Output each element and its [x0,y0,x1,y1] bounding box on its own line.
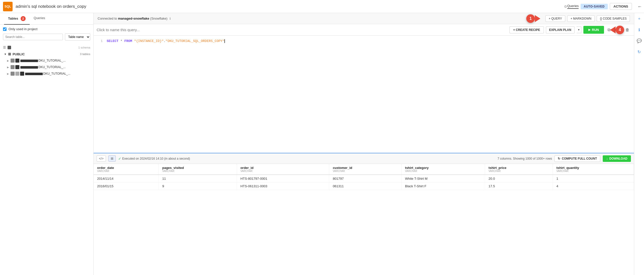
autosaved-badge: AUTO-SAVED [581,4,608,9]
sidebar-tab-queries[interactable]: Queries [30,13,49,25]
info-sidebar-icon[interactable]: ℹ [636,26,643,33]
tree-root: ☰ 1 schema [0,44,93,51]
topbar-queries-link[interactable]: Queries [567,4,579,9]
cell-tshirt-price-0: 20.0 [485,175,553,182]
cell-tshirt-price-1: 17.5 [485,182,553,190]
tree-stack-icon: ☰ [3,45,6,49]
schema-expand-icon: ▼ [4,53,7,56]
sql-code-1: SELECT * FROM "{INSTANCE_ID}"."DKU_TUTOR… [107,39,225,44]
conn-text: Connected to managed-snowflake (Snowflak… [98,17,168,20]
run-icon: ▶ [588,28,590,31]
view-table-button[interactable]: ⊞ [108,155,116,162]
right-icon-bar: ＋ ℹ 💬 ↻ [634,13,644,275]
tree-schema-public[interactable]: ▼ ⊞ PUBLIC 3 tables [0,51,93,57]
cell-order-id-0: HTS-801797-0001 [237,175,329,182]
chat-icon[interactable]: 💬 [636,37,643,44]
main-layout: Tables 2 Queries Only used in project Ta… [0,13,644,275]
results-count: 7 columns. Showing 1000 of 1000+ rows [498,157,552,160]
tree-table-2[interactable]: ▶ DKU_TUTORIAL_... [0,70,93,77]
copy-icon-button[interactable]: ⧉ [606,27,612,33]
history-icon-button[interactable]: 🕐 [614,26,622,33]
cell-pages-visited-0: 11 [159,175,237,182]
expand-icon-1: ▶ [7,66,9,69]
page-title: admin's sql notebook on orders_copy [16,4,562,9]
col-header-order-id: order_id VARCHAR [237,164,329,175]
sort-select[interactable]: Table name [65,33,90,40]
run-button[interactable]: ▶ RUN [583,26,604,34]
table-body: 2014/11/14 11 HTS-801797-0001 801797 Whi… [94,175,634,190]
only-used-label: Only used in project [9,27,37,31]
table-icon-2b [15,72,19,76]
table-icon-1a [11,65,15,69]
create-recipe-button[interactable]: + CREATE RECIPE [509,26,544,33]
add-markdown-button[interactable]: + MARKDOWN [567,15,595,22]
tree-table-0[interactable]: ▶ DKU_TUTORIAL_... [0,57,93,64]
connection-bar: Connected to managed-snowflake (Snowflak… [94,13,634,24]
actions-button[interactable]: ACTIONS [610,3,632,10]
sidebar-filter-row: Only used in project [0,25,93,33]
col-header-pages-visited: pages_visited VARCHAR [159,164,237,175]
right-panel: Connected to managed-snowflake (Snowflak… [94,13,634,275]
explain-plan-dropdown[interactable]: ▾ [577,26,581,33]
col-header-tshirt-category: tshirt_category VARCHAR [401,164,485,175]
only-used-checkbox[interactable] [3,27,7,31]
table-icon-2a [11,72,15,76]
sidebar-search-row: Table name [0,33,93,43]
cell-tshirt-quantity-0: 1 [553,175,634,182]
schema-grid-icon: ⊞ [8,52,11,56]
download-icon: ↓ [606,157,608,160]
conn-db-name: managed-snowflake [118,17,149,20]
table-name-0: DKU_TUTORIAL_... [20,59,66,62]
settings-icon[interactable]: ⚙ [564,5,567,9]
view-code-button[interactable]: </> [97,155,106,162]
cell-customer-id-1: 061311 [329,182,401,190]
col-header-order-date: order_date VARCHAR [94,164,159,175]
results-status: ✓ Executed on 2024/02/16 14:10 (in about… [118,157,190,161]
cell-customer-id-0: 801797 [329,175,401,182]
code-samples-button[interactable]: {} CODE SAMPLES [597,15,630,22]
tree-db-icon [8,46,11,49]
search-input[interactable] [3,34,63,40]
cell-tshirt-category-0: White T-Shirt M [401,175,485,182]
table-header-row: order_date VARCHAR pages_visited VARCHAR… [94,164,634,175]
topbar: SQL admin's sql notebook on orders_copy … [0,0,644,13]
table-icon-0b [15,59,19,63]
results-bar: </> ⊞ ✓ Executed on 2024/02/16 14:10 (in… [94,153,634,164]
explain-plan-button[interactable]: EXPLAIN PLAN [546,26,575,33]
table-row: 2014/11/14 11 HTS-801797-0001 801797 Whi… [94,175,634,182]
tree-table-1[interactable]: ▶ DKU_TUTORIAL_... 3 [0,64,93,70]
line-number-1: 1 [97,39,103,44]
table-name-1: DKU_TUTORIAL_... [20,65,66,69]
schema-name: PUBLIC [13,52,25,56]
table-row: 2016/01/15 9 HTS-061311-0003 061311 Blac… [94,182,634,190]
data-table: order_date VARCHAR pages_visited VARCHAR… [94,164,634,190]
conn-actions: 1 + QUERY + MARKDOWN {} CODE SAMPLES [545,15,630,22]
sidebar-tab-tables[interactable]: Tables 2 [4,13,30,25]
sidebar: Tables 2 Queries Only used in project Ta… [0,13,94,275]
col-header-customer-id: customer_id VARCHAR [329,164,401,175]
refresh-icon: ↻ [558,157,560,160]
app-logo: SQL [3,2,13,11]
cell-order-id-1: HTS-061311-0003 [237,182,329,190]
compute-full-count-button[interactable]: ↻ COMPUTE FULL COUNT [554,155,600,162]
sidebar-tree: ☰ 1 schema ▼ ⊞ PUBLIC 3 tables ▶ DKU_TUT… [0,43,93,275]
cell-order-date-0: 2014/11/14 [94,175,159,182]
code-editor[interactable]: 1 SELECT * FROM "{INSTANCE_ID}"."DKU_TUT… [94,36,634,153]
topbar-actions: Queries AUTO-SAVED ACTIONS [567,3,632,10]
expand-icon-0: ▶ [7,59,9,62]
tables-badge: 2 [21,16,26,21]
sync-icon[interactable]: ↻ [636,48,643,55]
add-icon-button[interactable]: ＋ [636,15,643,22]
delete-icon-button[interactable]: 🗑 [624,27,631,33]
add-query-button[interactable]: + QUERY [545,15,565,22]
table-count: 3 tables [80,53,90,56]
col-header-tshirt-price: tshirt_price VARCHAR [485,164,553,175]
info-icon[interactable]: ℹ [170,17,171,20]
query-toolbar: + CREATE RECIPE EXPLAIN PLAN ▾ ▶ RUN 4 ⧉… [94,24,634,36]
back-button[interactable]: ← [637,4,642,9]
query-name-input[interactable] [97,28,507,32]
download-button[interactable]: ↓ DOWNLOAD [603,155,631,162]
col-header-tshirt-quantity: tshirt_quantity VARCHAR [553,164,634,175]
table-icon-0a [11,59,15,63]
cell-tshirt-quantity-1: 4 [553,182,634,190]
